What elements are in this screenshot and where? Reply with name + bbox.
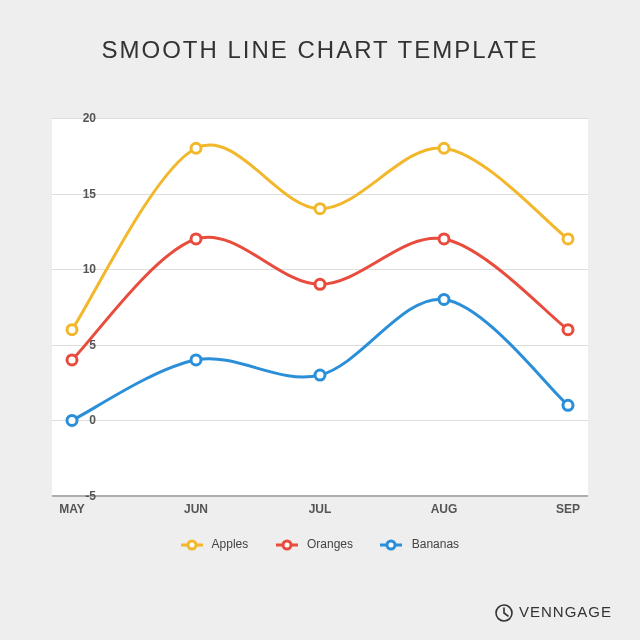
x-tick-label: JUN	[184, 502, 208, 516]
series-line-bananas	[72, 299, 568, 420]
clock-icon	[495, 604, 513, 622]
x-tick-label: MAY	[59, 502, 85, 516]
legend-label-bananas: Bananas	[412, 537, 459, 551]
data-point	[67, 355, 77, 365]
legend-item-oranges: Oranges	[276, 537, 353, 551]
chart-svg	[52, 118, 588, 496]
svg-point-3	[283, 541, 291, 549]
x-tick-label: SEP	[556, 502, 580, 516]
series-line-apples	[72, 145, 568, 330]
legend-label-oranges: Oranges	[307, 537, 353, 551]
data-point	[315, 370, 325, 380]
chart-title: SMOOTH LINE CHART TEMPLATE	[0, 36, 640, 64]
series-line-oranges	[72, 237, 568, 360]
data-point	[563, 234, 573, 244]
legend: Apples Oranges Bananas	[0, 536, 640, 551]
brand-text: VENNGAGE	[519, 603, 612, 620]
data-point	[563, 400, 573, 410]
data-point	[439, 143, 449, 153]
data-point	[191, 234, 201, 244]
data-point	[67, 415, 77, 425]
legend-marker-bananas	[380, 539, 402, 551]
data-point	[563, 325, 573, 335]
svg-point-5	[387, 541, 395, 549]
data-point	[315, 204, 325, 214]
legend-marker-oranges	[276, 539, 298, 551]
x-tick-label: JUL	[309, 502, 332, 516]
legend-marker-apples	[181, 539, 203, 551]
legend-item-apples: Apples	[181, 537, 248, 551]
x-tick-label: AUG	[431, 502, 458, 516]
data-point	[191, 143, 201, 153]
brand-logo: VENNGAGE	[495, 603, 612, 622]
svg-point-1	[188, 541, 196, 549]
chart-page: { "title": "SMOOTH LINE CHART TEMPLATE",…	[0, 0, 640, 640]
data-point	[439, 234, 449, 244]
data-point	[439, 294, 449, 304]
data-point	[315, 279, 325, 289]
data-point	[191, 355, 201, 365]
legend-item-bananas: Bananas	[380, 537, 459, 551]
data-point	[67, 325, 77, 335]
legend-label-apples: Apples	[212, 537, 249, 551]
